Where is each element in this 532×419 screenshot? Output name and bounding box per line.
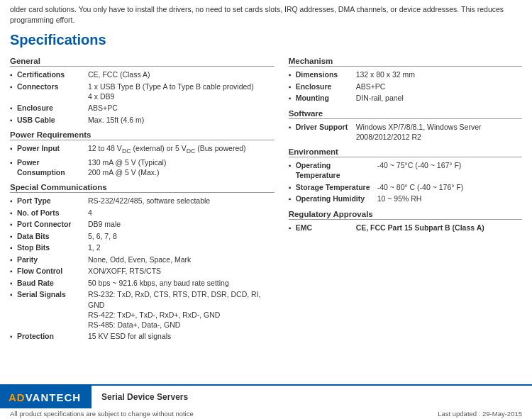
power-line1: 130 mA @ 5 V (Typical) [88,158,166,167]
spec-label-enclosure: Enclosure [17,103,88,113]
left-column: General ▪ Certifications CE, FCC (Class … [10,57,282,342]
spec-label-connectors: Connectors [17,82,88,91]
spec-data-bits: ▪ Data Bits 5, 6, 7, 8 [10,231,275,242]
spec-label-power-consumption: Power Consumption [17,157,88,177]
spec-label-baud-rate: Baud Rate [17,278,88,289]
spec-emc: ▪ EMC CE, FCC Part 15 Subpart B (Class A… [289,223,522,233]
bullet-icon: ▪ [10,208,17,218]
spec-mounting: ▪ Mounting DIN-rail, panel [289,93,522,104]
spec-value-storage-temp: -40 ~ 80° C (-40 ~ 176° F) [377,182,522,193]
spec-stop-bits: ▪ Stop Bits 1, 2 [10,242,275,253]
spec-label-num-ports: No. of Ports [17,208,88,218]
footer-product-name: Serial Device Servers [89,386,198,408]
spec-enclosure-left: ▪ Enclosure ABS+PC [10,103,275,113]
mechanism-section-header: Mechanism [289,57,522,67]
spec-label-serial-signals: Serial Signals [17,289,88,299]
spec-driver-support: ▪ Driver Support Windows XP/7/8/8.1, Win… [289,122,522,142]
spec-label-power-input: Power Input [17,143,88,156]
environment-section-header: Environment [289,147,522,157]
spec-connectors: ▪ Connectors 1 x USB Type B (Type A to T… [10,82,275,101]
spec-label-certifications: Certifications [17,69,88,80]
spec-storage-temp: ▪ Storage Temperature -40 ~ 80° C (-40 ~… [289,182,522,193]
footer: ADVANTECH Serial Device Servers All prod… [0,384,532,419]
serial-line2: RS-422: TxD+, TxD-, RxD+, RxD-, GND [88,311,220,319]
spec-label-usb-cable: USB Cable [17,115,88,125]
spec-value-port-connector: DB9 male [88,219,275,230]
spec-baud-rate: ▪ Baud Rate 50 bps ~ 921.6 kbps, any bau… [10,278,275,289]
bullet-icon: ▪ [10,157,17,168]
footer-logo-area: ADVANTECH [0,386,89,408]
spec-value-operating-humidity: 10 ~ 95% RH [377,194,522,204]
spec-value-certifications: CE, FCC (Class A) [88,69,275,80]
spec-operating-temp: ▪ Operating Temperature -40 ~ 75°C (-40 … [289,160,522,180]
spec-label-stop-bits: Stop Bits [17,242,88,253]
footer-bottom: All product specifications are subject t… [0,408,532,419]
bullet-icon: ▪ [289,122,296,133]
footer-updated: Last updated : 29-May-2015 [438,410,522,418]
two-column-layout: General ▪ Certifications CE, FCC (Class … [10,57,522,342]
spec-label-storage-temp: Storage Temperature [296,182,377,193]
spec-label-enclosure-right: Enclosure [296,82,356,92]
bullet-icon: ▪ [10,115,17,125]
spec-power-input: ▪ Power Input 12 to 48 VDC (external) or… [10,143,275,156]
spec-dimensions: ▪ Dimensions 132 x 80 x 32 mm [289,69,522,80]
bullet-icon: ▪ [289,82,296,92]
bullet-icon: ▪ [10,289,17,300]
general-section-header: General [10,57,275,67]
spec-value-baud-rate: 50 bps ~ 921.6 kbps, any baud rate setti… [88,278,275,289]
bullet-icon: ▪ [289,194,296,204]
spec-label-port-type: Port Type [17,196,88,206]
comms-section-header: Special Communications [10,183,275,193]
spec-parity: ▪ Parity None, Odd, Even, Space, Mark [10,255,275,265]
spec-serial-signals: ▪ Serial Signals RS-232: TxD, RxD, CTS, … [10,289,275,330]
bullet-icon: ▪ [289,223,296,233]
spec-enclosure-right: ▪ Enclosure ABS+PC [289,82,522,92]
spec-label-port-connector: Port Connector [17,219,88,230]
spec-value-operating-temp: -40 ~ 75°C (-40 ~ 167° F) [377,160,522,180]
bullet-icon: ▪ [10,219,17,230]
footer-top: ADVANTECH Serial Device Servers [0,386,532,408]
bullet-icon: ▪ [10,103,17,113]
spec-protection: ▪ Protection 15 KV ESD for all signals [10,331,275,342]
spec-value-power-consumption: 130 mA @ 5 V (Typical) 200 mA @ 5 V (Max… [88,157,275,177]
bullet-icon: ▪ [289,69,296,80]
spec-label-protection: Protection [17,331,88,342]
bullet-icon: ▪ [10,255,17,265]
spec-value-connectors: 1 x USB Type B (Type A to Type B cable p… [88,82,275,101]
footer-logo-rest: VANTECH [26,391,81,403]
bullet-icon: ▪ [10,331,17,342]
spec-value-enclosure: ABS+PC [88,103,275,113]
right-column: Mechanism ▪ Dimensions 132 x 80 x 32 mm … [282,57,522,342]
spec-value-power-input: 12 to 48 VDC (external) or 5 VDC (Bus po… [88,143,275,156]
power-line2: 200 mA @ 5 V (Max.) [88,168,160,177]
power-section-header: Power Requirements [10,130,275,140]
top-intro-text: older card solutions. You only have to i… [0,0,532,28]
bullet-icon: ▪ [10,196,17,206]
spec-value-protection: 15 KV ESD for all signals [88,331,275,342]
serial-line3: RS-485: Data+, Data-, GND [88,320,180,329]
bullet-icon: ▪ [10,231,17,242]
spec-label-data-bits: Data Bits [17,231,88,242]
bullet-icon: ▪ [289,182,296,193]
page-wrapper: older card solutions. You only have to i… [0,0,532,419]
spec-value-driver-support: Windows XP/7/8/8.1, Windows Server 2008/… [356,122,522,142]
spec-value-data-bits: 5, 6, 7, 8 [88,231,275,242]
footer-disclaimer: All product specifications are subject t… [10,410,194,418]
spec-usb-cable: ▪ USB Cable Max. 15ft (4.6 m) [10,115,275,125]
connectors-line1: 1 x USB Type B (Type A to Type B cable p… [88,82,254,91]
software-section-header: Software [289,109,522,119]
bullet-icon: ▪ [10,143,17,156]
bullet-icon: ▪ [10,242,17,253]
spec-label-operating-humidity: Operating Humidity [296,194,377,204]
serial-line1: RS-232: TxD, RxD, CTS, RTS, DTR, DSR, DC… [88,290,260,308]
connectors-line2: 4 x DB9 [88,92,114,101]
spec-power-consumption: ▪ Power Consumption 130 mA @ 5 V (Typica… [10,157,275,177]
footer-logo: ADVANTECH [9,391,81,403]
page-title: Specifications [10,32,522,51]
spec-label-flow-control: Flow Control [17,266,88,276]
spec-value-dimensions: 132 x 80 x 32 mm [356,69,522,80]
spec-label-dimensions: Dimensions [296,69,356,80]
spec-value-emc: CE, FCC Part 15 Subpart B (Class A) [356,223,522,233]
spec-flow-control: ▪ Flow Control XON/XOFF, RTS/CTS [10,266,275,276]
spec-port-connector: ▪ Port Connector DB9 male [10,219,275,230]
